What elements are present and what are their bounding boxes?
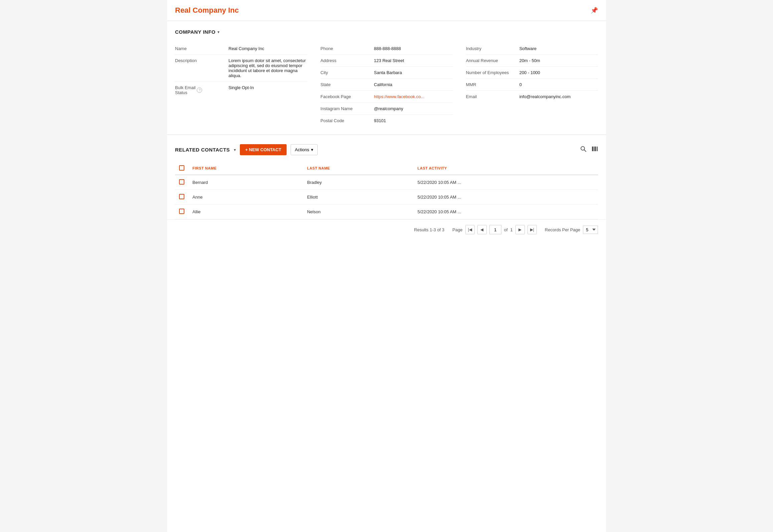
company-info-section: COMPANY INFO ▾ Name Real Company Inc Des… xyxy=(167,21,606,135)
search-icon[interactable] xyxy=(580,146,587,154)
industry-label: Industry xyxy=(466,46,519,51)
actions-button[interactable]: Actions ▾ xyxy=(291,144,318,155)
info-row-postal: Postal Code 93101 xyxy=(320,115,452,126)
mmr-value: 0 xyxy=(519,82,598,87)
state-label: State xyxy=(320,82,374,87)
employees-value: 200 - 1000 xyxy=(519,70,598,75)
row-checkbox-cell xyxy=(175,190,188,205)
row-last-activity: 5/22/2020 10:05 AM ... xyxy=(414,205,598,219)
table-row: Allie Nelson 5/22/2020 10:05 AM ... xyxy=(175,205,598,219)
table-row: Anne Elliott 5/22/2020 10:05 AM ... xyxy=(175,190,598,205)
records-per-page-label: Records Per Page xyxy=(545,227,580,232)
table-row: Bernard Bradley 5/22/2020 10:05 AM ... xyxy=(175,175,598,190)
row-first-name: Anne xyxy=(188,190,303,205)
info-row-annual-revenue: Annual Revenue 20m - 50m xyxy=(466,55,598,67)
info-column-left: Name Real Company Inc Description Lorem … xyxy=(175,43,307,126)
phone-label: Phone xyxy=(320,46,374,51)
instagram-label: Instagram Name xyxy=(320,106,374,111)
info-row-name: Name Real Company Inc xyxy=(175,43,307,55)
row-last-activity: 5/22/2020 10:05 AM ... xyxy=(414,175,598,190)
row-last-name: Elliott xyxy=(303,190,414,205)
th-last-activity: LAST ACTIVITY xyxy=(414,162,598,175)
info-row-facebook: Facebook Page https://www.facebook.co... xyxy=(320,91,452,103)
info-row-city: City Santa Barbara xyxy=(320,67,452,79)
annual-revenue-label: Annual Revenue xyxy=(466,58,519,63)
total-pages: 1 xyxy=(510,227,513,232)
facebook-value[interactable]: https://www.facebook.co... xyxy=(374,94,452,99)
row-checkbox[interactable] xyxy=(179,209,184,214)
company-info-grid: Name Real Company Inc Description Lorem … xyxy=(175,43,598,126)
actions-chevron-icon: ▾ xyxy=(311,147,313,152)
row-last-activity: 5/22/2020 10:05 AM ... xyxy=(414,190,598,205)
prev-page-button[interactable]: ◀ xyxy=(477,225,487,234)
phone-value: 888-888-8888 xyxy=(374,46,452,51)
svg-rect-3 xyxy=(594,147,596,151)
info-row-employees: Number of Employees 200 - 1000 xyxy=(466,67,598,79)
related-contacts-section: RELATED CONTACTS ▾ + NEW CONTACT Actions… xyxy=(167,138,606,219)
svg-rect-4 xyxy=(597,147,598,151)
next-page-button[interactable]: ▶ xyxy=(515,225,525,234)
row-checkbox[interactable] xyxy=(179,179,184,185)
page-input[interactable] xyxy=(489,225,501,234)
records-per-page-select[interactable]: 5 10 25 50 xyxy=(583,226,598,234)
company-info-title: COMPANY INFO xyxy=(175,29,215,35)
related-contacts-chevron-icon[interactable]: ▾ xyxy=(234,148,236,152)
row-last-name: Bradley xyxy=(303,175,414,190)
last-page-button[interactable]: ▶| xyxy=(527,225,537,234)
records-per-page-wrap: 5 10 25 50 xyxy=(583,226,598,234)
info-column-middle: Phone 888-888-8888 Address 123 Real Stre… xyxy=(320,43,452,126)
th-first-name[interactable]: FIRST NAME xyxy=(188,162,303,175)
page-label: Page xyxy=(452,227,462,232)
of-label: of xyxy=(504,227,508,232)
svg-line-1 xyxy=(584,150,586,152)
industry-value: Software xyxy=(519,46,598,51)
select-all-checkbox[interactable] xyxy=(179,165,184,171)
th-last-name: LAST NAME xyxy=(303,162,414,175)
info-row-phone: Phone 888-888-8888 xyxy=(320,43,452,55)
related-contacts-header: RELATED CONTACTS ▾ + NEW CONTACT Actions… xyxy=(175,144,598,155)
columns-icon[interactable] xyxy=(591,146,598,154)
svg-rect-2 xyxy=(592,147,594,151)
city-label: City xyxy=(320,70,374,75)
info-row-instagram: Instagram Name @realcompany xyxy=(320,103,452,115)
row-first-name: Allie xyxy=(188,205,303,219)
info-row-industry: Industry Software xyxy=(466,43,598,55)
row-checkbox[interactable] xyxy=(179,194,184,199)
first-page-button[interactable]: |◀ xyxy=(465,225,475,234)
table-icons xyxy=(580,146,598,154)
th-checkbox xyxy=(175,162,188,175)
info-row-mmr: MMR 0 xyxy=(466,79,598,91)
annual-revenue-value: 20m - 50m xyxy=(519,58,598,63)
results-text: Results 1-3 of 3 xyxy=(414,227,444,232)
page-header: Real Company Inc 📌 xyxy=(167,0,606,21)
company-info-chevron-icon[interactable]: ▾ xyxy=(217,30,219,34)
info-row-bulk-email: Bulk EmailStatus ? Single Opt-In xyxy=(175,82,307,98)
related-contacts-title: RELATED CONTACTS xyxy=(175,147,230,153)
info-row-state: State California xyxy=(320,79,452,91)
row-checkbox-cell xyxy=(175,205,188,219)
facebook-label: Facebook Page xyxy=(320,94,374,99)
table-header-row: FIRST NAME LAST NAME LAST ACTIVITY xyxy=(175,162,598,175)
state-value: California xyxy=(374,82,452,87)
info-column-right: Industry Software Annual Revenue 20m - 5… xyxy=(466,43,598,126)
name-label: Name xyxy=(175,46,228,51)
email-label: Email xyxy=(466,94,519,99)
page-title: Real Company Inc xyxy=(175,6,239,15)
bulk-email-label: Bulk EmailStatus ? xyxy=(175,85,228,95)
info-row-description: Description Lorem ipsum dolor sit amet, … xyxy=(175,55,307,82)
contacts-table: FIRST NAME LAST NAME LAST ACTIVITY Berna… xyxy=(175,162,598,219)
row-first-name: Bernard xyxy=(188,175,303,190)
address-value: 123 Real Street xyxy=(374,58,452,63)
address-label: Address xyxy=(320,58,374,63)
description-value: Lorem ipsum dolor sit amet, consectetur … xyxy=(228,58,307,78)
mmr-label: MMR xyxy=(466,82,519,87)
pagination-bar: Results 1-3 of 3 Page |◀ ◀ of 1 ▶ ▶| Rec… xyxy=(167,219,606,240)
name-value: Real Company Inc xyxy=(228,46,307,51)
company-info-header: COMPANY INFO ▾ xyxy=(175,29,598,35)
pin-icon[interactable]: 📌 xyxy=(591,7,598,14)
new-contact-button[interactable]: + NEW CONTACT xyxy=(240,144,287,155)
bulk-email-help-icon[interactable]: ? xyxy=(197,87,202,93)
bulk-email-value: Single Opt-In xyxy=(228,85,307,90)
employees-label: Number of Employees xyxy=(466,70,519,75)
row-last-name: Nelson xyxy=(303,205,414,219)
